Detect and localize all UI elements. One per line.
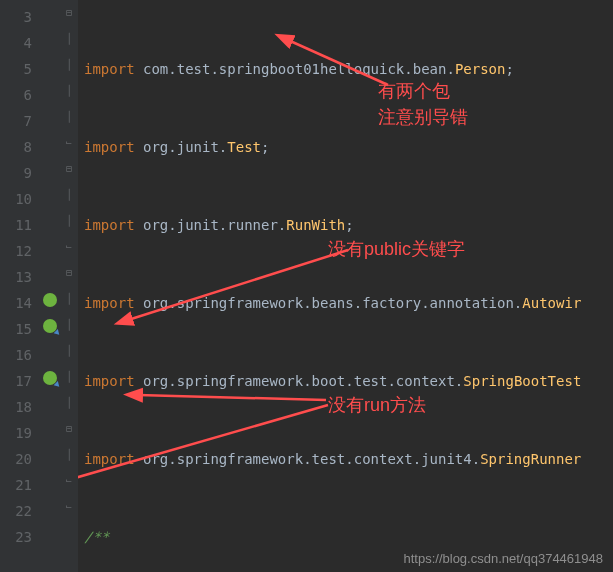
fold-end: ⌙ — [60, 234, 78, 260]
spring-run-icon[interactable] — [43, 371, 57, 385]
line-number: 19 — [4, 420, 32, 446]
spring-run-icon[interactable] — [43, 319, 57, 333]
code-line: /** — [84, 524, 613, 550]
line-number: 9 — [4, 160, 32, 186]
code-line: import org.junit.Test; — [84, 134, 613, 160]
spring-icon — [43, 293, 57, 307]
line-number-gutter: 3 4 5 6 7 8 9 10 11 12 13 14 15 16 17 18… — [0, 0, 40, 572]
annotation-text: 没有public关键字 — [328, 236, 465, 262]
gutter-icon-column — [40, 0, 60, 572]
code-line: import com.test.springboot01helloquick.b… — [84, 56, 613, 82]
line-number: 8 — [4, 134, 32, 160]
fold-toggle[interactable]: ⊟ — [60, 416, 78, 442]
annotation-arrows — [78, 0, 613, 572]
line-number: 4 — [4, 30, 32, 56]
line-number: 15 — [4, 316, 32, 342]
annotation-text: 没有run方法 — [328, 392, 426, 418]
line-number: 23 — [4, 524, 32, 550]
line-number: 5 — [4, 56, 32, 82]
fold-column: ⊟ │││ │ ⌙ ⊟ ││ ⌙ ⊟ │││ ││ ⊟ │ ⌙ ⌙ — [60, 0, 78, 572]
line-number: 10 — [4, 186, 32, 212]
code-line: import org.springframework.test.context.… — [84, 446, 613, 472]
annotation-text: 有两个包 — [378, 78, 450, 104]
line-number: 13 — [4, 264, 32, 290]
annotation-text: 注意别导错 — [378, 104, 468, 130]
line-number: 6 — [4, 82, 32, 108]
fold-toggle[interactable]: ⊟ — [60, 0, 78, 26]
code-line: import org.junit.runner.RunWith; — [84, 212, 613, 238]
fold-end: ⌙ — [60, 130, 78, 156]
fold-toggle[interactable]: ⊟ — [60, 260, 78, 286]
line-number: 3 — [4, 4, 32, 30]
line-number: 16 — [4, 342, 32, 368]
line-number: 22 — [4, 498, 32, 524]
line-number: 20 — [4, 446, 32, 472]
code-line: import org.springframework.beans.factory… — [84, 290, 613, 316]
fold-end: ⌙ — [60, 494, 78, 520]
svg-line-2 — [138, 395, 326, 400]
watermark: https://blog.csdn.net/qq374461948 — [404, 551, 604, 566]
line-number: 18 — [4, 394, 32, 420]
line-number: 11 — [4, 212, 32, 238]
code-line: import org.springframework.boot.test.con… — [84, 368, 613, 394]
fold-toggle[interactable]: ⊟ — [60, 156, 78, 182]
line-number: 7 — [4, 108, 32, 134]
code-area[interactable]: import com.test.springboot01helloquick.b… — [78, 0, 613, 572]
line-number: 14 — [4, 290, 32, 316]
line-number: 21 — [4, 472, 32, 498]
code-editor: 3 4 5 6 7 8 9 10 11 12 13 14 15 16 17 18… — [0, 0, 613, 572]
fold-end: ⌙ — [60, 468, 78, 494]
line-number: 17 — [4, 368, 32, 394]
line-number: 12 — [4, 238, 32, 264]
